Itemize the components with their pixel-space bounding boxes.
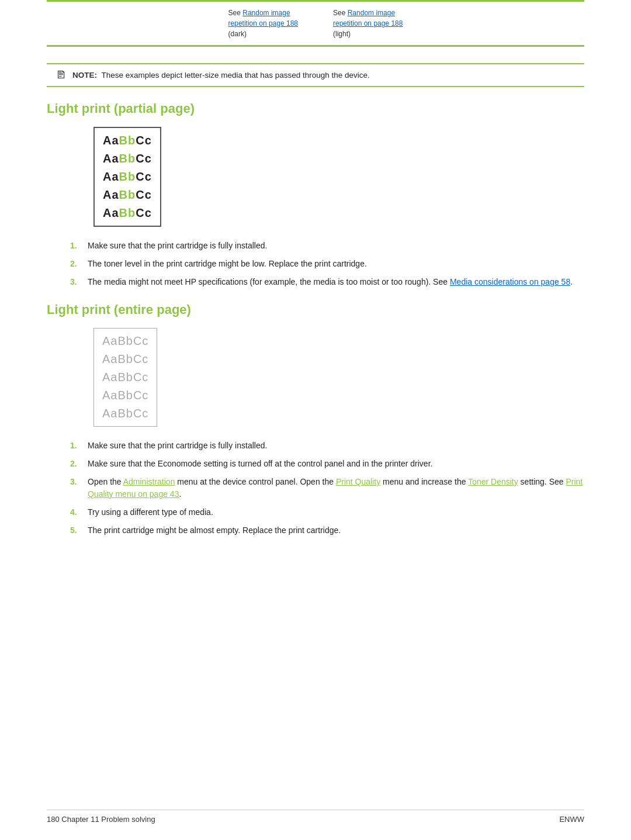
list-item: 2. Make sure that the Economode setting … <box>70 458 584 470</box>
s2-step-text-3: Open the Administration menu at the devi… <box>88 476 584 500</box>
step3-text-before: The media might not meet HP specificatio… <box>88 277 450 286</box>
s2-step-text-1: Make sure that the print cartridge is fu… <box>88 440 267 452</box>
s2-step-text-2: Make sure that the Economode setting is … <box>88 458 432 470</box>
administration-link[interactable]: Administration <box>123 477 175 486</box>
sample2-line-2: AaBbCc <box>102 350 148 368</box>
s2-step-text-4: Try using a different type of media. <box>88 506 213 518</box>
list-item: 1. Make sure that the print cartridge is… <box>70 240 584 252</box>
section1-steps: 1. Make sure that the print cartridge is… <box>70 240 584 288</box>
section2-sample-box: AaBbCc AaBbCc AaBbCc AaBbCc AaBbCc <box>93 328 157 427</box>
step3-text-after: . <box>570 277 573 286</box>
sample2-line-4: AaBbCc <box>102 386 148 405</box>
s2-step-text-5: The print cartridge might be almost empt… <box>88 524 341 537</box>
list-item: 3. Open the Administration menu at the d… <box>70 476 584 500</box>
light-see-text: See <box>333 9 348 17</box>
step-num-1: 1. <box>70 240 81 252</box>
step-num-3: 3. <box>70 276 81 288</box>
section2-steps: 1. Make sure that the print cartridge is… <box>70 440 584 537</box>
list-item: 1. Make sure that the print cartridge is… <box>70 440 584 452</box>
section2-heading: Light print (entire page) <box>47 302 584 317</box>
note-text: These examples depict letter-size media … <box>102 71 370 79</box>
s2-step-num-1: 1. <box>70 440 81 452</box>
sample2-line-3: AaBbCc <box>102 368 148 386</box>
s2-step3-t3: menu and increase the <box>380 477 468 486</box>
note-icon: 🖹 <box>56 69 67 81</box>
sample2-line-5: AaBbCc <box>102 405 148 423</box>
note-label: NOTE: <box>72 71 97 79</box>
page-container: See Random imagerepetition on page 188 (… <box>0 0 631 840</box>
dark-see-text: See <box>228 9 243 17</box>
table-cell-light: See Random imagerepetition on page 188 (… <box>333 8 403 39</box>
sample2-line-1: AaBbCc <box>102 332 148 350</box>
s2-step3-t1: Open the <box>88 477 123 486</box>
list-item: 4. Try using a different type of media. <box>70 506 584 518</box>
list-item: 3. The media might not meet HP specifica… <box>70 276 584 288</box>
step-text-3: The media might not meet HP specificatio… <box>88 276 573 288</box>
s2-step-num-3: 3. <box>70 476 81 488</box>
s2-step-num-4: 4. <box>70 506 81 518</box>
section1-sample-box: AaBbCc AaBbCc AaBbCc AaBbCc AaBbCc <box>93 127 161 227</box>
s2-step3-t5: . <box>179 489 181 499</box>
table-cell-dark: See Random imagerepetition on page 188 (… <box>228 8 298 39</box>
list-item: 2. The toner level in the print cartridg… <box>70 258 584 270</box>
step-text-2: The toner level in the print cartridge m… <box>88 258 367 270</box>
s2-step-num-5: 5. <box>70 524 81 537</box>
s2-step3-t4: setting. See <box>518 477 566 486</box>
toner-density-link[interactable]: Toner Density <box>468 477 518 486</box>
media-considerations-link[interactable]: Media considerations on page 58 <box>450 277 570 286</box>
step-text-1: Make sure that the print cartridge is fu… <box>88 240 267 252</box>
sample-line-5: AaBbCc <box>103 204 152 222</box>
footer-left: 180 Chapter 11 Problem solving <box>47 815 155 824</box>
s2-step3-t2: menu at the device control panel. Open t… <box>175 477 336 486</box>
top-table-area: See Random imagerepetition on page 188 (… <box>47 0 584 47</box>
sample-line-3: AaBbCc <box>103 168 152 186</box>
step-num-2: 2. <box>70 258 81 270</box>
sample-line-1: AaBbCc <box>103 132 152 150</box>
light-label: (light) <box>333 30 351 38</box>
footer-right: ENWW <box>559 815 584 824</box>
section1-heading: Light print (partial page) <box>47 101 584 116</box>
sample-line-2: AaBbCc <box>103 150 152 168</box>
footer: 180 Chapter 11 Problem solving ENWW <box>47 810 584 824</box>
list-item: 5. The print cartridge might be almost e… <box>70 524 584 537</box>
sample-line-4: AaBbCc <box>103 186 152 204</box>
note-box: 🖹 NOTE: These examples depict letter-siz… <box>47 63 584 87</box>
s2-step-num-2: 2. <box>70 458 81 470</box>
dark-label: (dark) <box>228 30 247 38</box>
print-quality-link[interactable]: Print Quality <box>336 477 380 486</box>
